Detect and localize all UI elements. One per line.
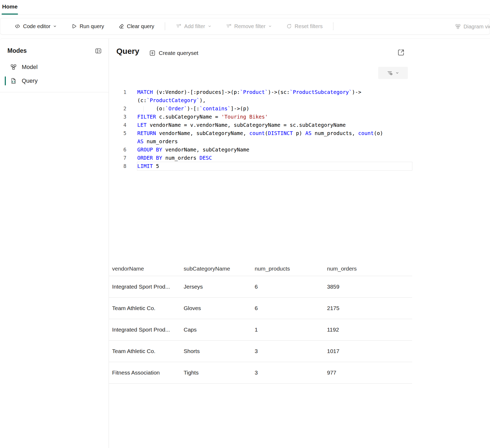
eraser-icon [118, 23, 124, 29]
table-row[interactable]: Integrated Sport Prod...Jerseys63859 [109, 276, 412, 298]
results-table: vendorNamesubCategoryNamenum_productsnum… [109, 262, 412, 384]
add-filter-button-label: Add filter [184, 23, 205, 29]
code-editor-button[interactable]: Code editor [11, 20, 60, 32]
chevron-down-icon [395, 71, 399, 75]
column-header[interactable]: num_orders [327, 266, 412, 272]
query-workspace: Query Create queryset 1MATCH (v:Vendor)-… [109, 38, 490, 448]
table-cell: Tights [184, 369, 255, 376]
table-cell: Integrated Sport Prod... [112, 327, 184, 333]
ribbon-toolbar: Code editor Run query Clear query Add fi… [0, 18, 490, 34]
table-cell: 6 [255, 305, 327, 311]
table-cell: Jerseys [184, 284, 255, 290]
table-cell: 3859 [327, 284, 412, 290]
code-line: 2 (o:`Order`)-[:`contains`]->(p) [116, 105, 412, 113]
table-body: Integrated Sport Prod...Jerseys63859Team… [109, 276, 412, 384]
code-line: 4LET vendorName = v.vendorName, subCateg… [116, 121, 412, 129]
line-number: 8 [116, 162, 126, 170]
code-line: 5RETURN vendorName, subCategoryName, cou… [116, 129, 412, 137]
table-cell: 3 [255, 369, 327, 376]
filter-settings-icon [387, 70, 393, 76]
line-number: 2 [116, 105, 126, 113]
filter-add-icon [176, 23, 182, 29]
selected-indicator [5, 76, 6, 85]
column-header[interactable]: num_products [255, 266, 327, 272]
add-filter-button[interactable]: Add filter [172, 20, 215, 32]
table-row[interactable]: Fitness AssociationTights3977 [109, 362, 412, 384]
line-number: 6 [116, 146, 126, 154]
line-number [116, 137, 126, 146]
toolbar-divider [333, 22, 333, 30]
table-cell: 2175 [327, 305, 412, 311]
remove-filter-button[interactable]: Remove filter [222, 20, 276, 32]
open-in-new-window-icon[interactable] [397, 49, 405, 56]
code-line-content: (o:`Order`)-[:`contains`]->(p) [137, 105, 412, 113]
run-query-button-label: Run query [80, 23, 104, 29]
code-line: 1MATCH (v:Vendor)-[:produces]->(p:`Produ… [116, 88, 412, 96]
table-row[interactable]: Integrated Sport Prod...Caps11192 [109, 319, 412, 341]
clear-query-button[interactable]: Clear query [115, 20, 158, 32]
line-number: 7 [116, 154, 126, 162]
column-header[interactable]: subCategoryName [184, 266, 255, 272]
code-line-content: RETURN vendorName, subCategoryName, coun… [137, 129, 412, 137]
table-cell: 1192 [327, 327, 412, 333]
table-cell: Shorts [184, 348, 255, 354]
code-line-content: AS num_orders [137, 137, 412, 146]
create-queryset-button-label: Create queryset [159, 50, 198, 56]
page-title: Query [116, 47, 139, 56]
add-square-icon [149, 50, 156, 56]
table-header-row: vendorNamesubCategoryNamenum_productsnum… [109, 262, 412, 276]
column-header[interactable]: vendorName [112, 266, 184, 272]
table-cell: Caps [184, 327, 255, 333]
code-line: AS num_orders [116, 137, 412, 146]
chevron-down-icon [268, 24, 272, 28]
remove-filter-button-label: Remove filter [234, 23, 266, 29]
table-cell: 6 [255, 284, 327, 290]
table-cell: Team Athletic Co. [112, 348, 184, 354]
code-line: 8LIMIT 5 [116, 162, 412, 170]
table-cell: 977 [327, 369, 412, 376]
code-line: 6GROUP BY vendorName, subCategoryName [116, 146, 412, 154]
collapse-panel-icon[interactable] [95, 47, 102, 54]
line-number: 5 [116, 129, 126, 137]
line-number: 4 [116, 121, 126, 129]
line-number: 1 [116, 88, 126, 96]
code-line: 3FILTER c.subCategoryName = 'Touring Bik… [116, 113, 412, 121]
sidebar-item-query[interactable]: Query [0, 74, 109, 88]
modes-panel: Modes Model Query [0, 38, 109, 448]
diagram-view-button-label: Diagram view [463, 24, 490, 30]
code-line-content: MATCH (v:Vendor)-[:produces]->(p:`Produc… [137, 88, 412, 96]
run-query-button[interactable]: Run query [67, 20, 108, 32]
create-queryset-button[interactable]: Create queryset [149, 50, 198, 56]
modes-panel-title: Modes [7, 47, 27, 54]
code-line-content: LET vendorName = v.vendorName, subCatego… [137, 121, 412, 129]
code-line: (c:`ProductCategory`), [116, 96, 412, 105]
toolbar-divider [165, 22, 165, 30]
active-tab-underline [2, 14, 18, 15]
clear-query-button-label: Clear query [127, 23, 154, 29]
code-line-content: (c:`ProductCategory`), [137, 96, 412, 105]
table-cell: Gloves [184, 305, 255, 311]
chevron-down-icon [53, 24, 57, 28]
play-icon [71, 23, 77, 29]
diagram-view-button[interactable]: Diagram view [451, 21, 490, 32]
line-number [116, 96, 126, 105]
table-cell: 3 [255, 348, 327, 354]
code-line-content: LIMIT 5 [137, 162, 412, 170]
table-cell: Integrated Sport Prod... [112, 284, 184, 290]
table-cell: Team Athletic Co. [112, 305, 184, 311]
table-cell: 1 [255, 327, 327, 333]
code-icon [15, 23, 20, 29]
code-editor[interactable]: 1MATCH (v:Vendor)-[:produces]->(p:`Produ… [116, 88, 412, 170]
table-row[interactable]: Team Athletic Co.Shorts31017 [109, 341, 412, 362]
filter-dismiss-icon [226, 23, 232, 29]
model-icon [10, 64, 17, 71]
table-row[interactable]: Team Athletic Co.Gloves62175 [109, 298, 412, 319]
chevron-down-icon [208, 24, 211, 28]
code-editor-lines: 1MATCH (v:Vendor)-[:produces]->(p:`Produ… [116, 88, 412, 170]
diagram-icon [455, 24, 461, 29]
code-line-content: GROUP BY vendorName, subCategoryName [137, 146, 412, 154]
reset-filters-button[interactable]: Reset filters [282, 20, 326, 32]
sidebar-item-model[interactable]: Model [0, 60, 109, 74]
tab-home[interactable]: Home [2, 3, 17, 10]
result-filter-dropdown-button[interactable] [378, 67, 408, 79]
